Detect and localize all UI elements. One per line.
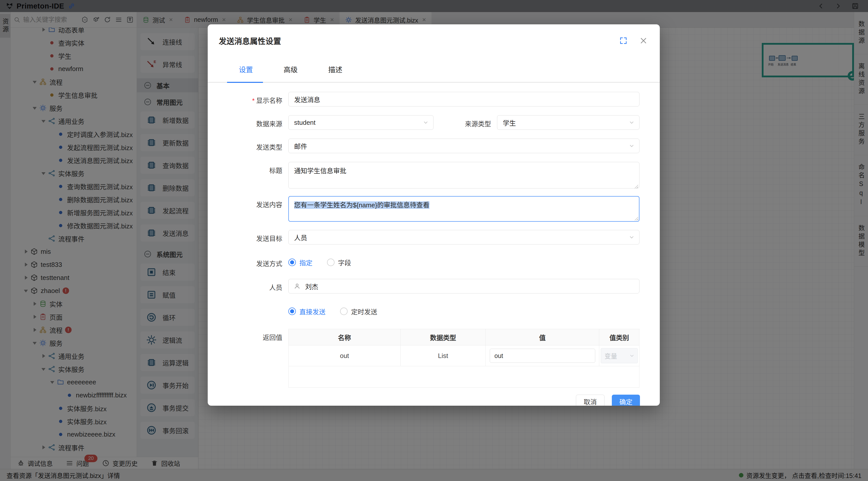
source-type-label: 来源类型 xyxy=(434,115,491,130)
chevron-down-icon xyxy=(628,234,635,241)
message-content-label: 发送内容 xyxy=(219,196,282,222)
fullscreen-icon[interactable] xyxy=(619,36,628,45)
col-datatype: 数据类型 xyxy=(401,329,486,345)
send-target-value[interactable] xyxy=(288,230,640,245)
message-title-textarea[interactable] xyxy=(288,162,640,189)
tab-description[interactable]: 描述 xyxy=(324,64,346,74)
col-value: 值 xyxy=(486,329,599,345)
chevron-down-icon xyxy=(423,119,429,126)
send-type-value[interactable] xyxy=(288,138,640,153)
radio-designated-label: 指定 xyxy=(299,258,312,267)
tab-settings[interactable]: 设置 xyxy=(235,64,257,74)
person-input[interactable] xyxy=(288,279,640,293)
table-empty-area xyxy=(288,366,639,387)
dialog-title: 发送消息属性设置 xyxy=(219,35,281,46)
cell-value-input[interactable] xyxy=(490,349,595,363)
send-target-label: 发送目标 xyxy=(219,230,282,245)
radio-send-scheduled-label: 定时发送 xyxy=(351,307,377,316)
send-mode-label: 发送方式 xyxy=(219,255,282,269)
data-source-value[interactable] xyxy=(288,115,434,130)
col-category: 值类别 xyxy=(599,329,639,345)
col-name: 名称 xyxy=(288,329,401,345)
close-icon[interactable] xyxy=(639,36,648,45)
cell-datatype: List xyxy=(401,346,486,366)
person-picker[interactable] xyxy=(288,279,640,293)
send-type-select[interactable] xyxy=(288,138,640,153)
radio-send-now-label: 直接发送 xyxy=(299,307,326,316)
data-source-select[interactable] xyxy=(288,115,434,130)
send-target-select[interactable] xyxy=(288,230,640,245)
return-value-table: 名称 数据类型 值 值类别 out List 变量 xyxy=(288,329,640,388)
display-name-label: *显示名称 xyxy=(219,92,282,106)
radio-send-scheduled[interactable] xyxy=(340,308,348,315)
table-header-row: 名称 数据类型 值 值类别 xyxy=(288,329,639,346)
message-content-textarea[interactable]: 您有一条学生姓名为${name}的审批信息待查看 xyxy=(288,196,640,222)
source-type-value[interactable] xyxy=(497,115,640,130)
chevron-down-icon xyxy=(629,353,635,359)
send-type-label: 发送类型 xyxy=(219,138,282,153)
display-name-input[interactable] xyxy=(288,92,640,106)
selected-text: 您有一条学生姓名为${name}的审批信息待查看 xyxy=(294,201,430,209)
chevron-down-icon xyxy=(628,119,635,126)
cell-category-value: 变量 xyxy=(604,351,617,360)
return-value-label: 返回值 xyxy=(219,329,282,388)
tab-advanced[interactable]: 高级 xyxy=(280,64,302,74)
person-label: 人员 xyxy=(219,279,282,293)
send-message-properties-dialog: 发送消息属性设置 设置 高级 描述 *显示名称 数据来源 xyxy=(208,24,660,406)
table-row: out List 变量 xyxy=(288,346,639,366)
radio-field[interactable] xyxy=(327,259,335,266)
tab-divider xyxy=(208,82,660,83)
active-tab-indicator xyxy=(227,82,263,83)
confirm-button[interactable]: 确定 xyxy=(612,395,640,406)
cell-category-select[interactable]: 变量 xyxy=(601,348,638,363)
person-icon xyxy=(293,282,301,290)
source-type-select[interactable] xyxy=(497,115,640,130)
radio-designated[interactable] xyxy=(288,259,296,266)
radio-send-now[interactable] xyxy=(288,308,296,315)
radio-field-label: 字段 xyxy=(338,258,351,267)
cell-name: out xyxy=(288,346,401,366)
cancel-button[interactable]: 取消 xyxy=(576,395,604,406)
required-asterisk: * xyxy=(252,97,255,104)
message-title-label: 标题 xyxy=(219,162,282,190)
chevron-down-icon xyxy=(628,142,635,149)
app-root: Primeton-IDE 资源 动态表单查询实体学生newform流程学生信息审… xyxy=(0,0,868,481)
dialog-tabs: 设置 高级 描述 xyxy=(208,64,660,74)
data-source-label: 数据来源 xyxy=(219,115,282,130)
